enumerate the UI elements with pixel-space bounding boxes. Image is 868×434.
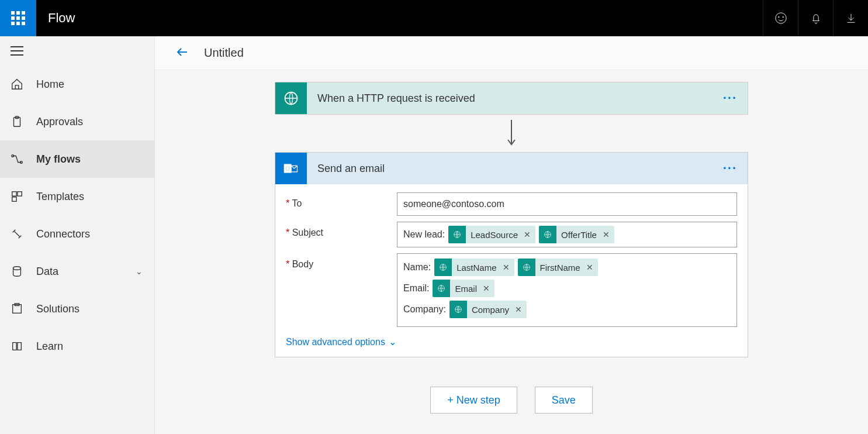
- http-icon: [275, 82, 307, 114]
- body-label: Body: [286, 253, 397, 270]
- nav-item-home[interactable]: Home: [0, 66, 154, 103]
- left-nav: Home Approvals My flows Templates Connec…: [0, 36, 155, 434]
- nav-item-approvals[interactable]: Approvals: [0, 103, 154, 140]
- home-icon: [11, 78, 23, 91]
- to-label: To: [286, 192, 397, 209]
- field-subject: Subject New lead: LeadSource ✕ OfferTitl…: [286, 222, 737, 247]
- token-firstname[interactable]: FirstName ✕: [518, 259, 598, 276]
- action-menu-button[interactable]: ···: [723, 161, 748, 176]
- svg-text:O: O: [285, 165, 290, 172]
- body-line: Company: Company ✕: [403, 301, 731, 318]
- token-lastname[interactable]: LastName ✕: [434, 259, 514, 276]
- trigger-menu-button[interactable]: ···: [723, 91, 748, 106]
- to-input[interactable]: someone@contoso.com: [397, 192, 737, 216]
- nav-item-solutions[interactable]: Solutions: [0, 290, 154, 328]
- globe-icon: [449, 301, 467, 318]
- nav-label: Home: [36, 78, 64, 91]
- svg-rect-9: [12, 197, 16, 201]
- globe-icon: [448, 226, 466, 243]
- trigger-card[interactable]: When a HTTP request is received ···: [275, 82, 748, 115]
- globe-icon: [433, 280, 450, 297]
- flow-arrow: [504, 115, 518, 152]
- solutions-icon: [11, 302, 23, 315]
- top-bar: Flow: [0, 0, 868, 36]
- new-step-button[interactable]: + New step: [430, 387, 517, 414]
- subject-label: Subject: [286, 222, 397, 238]
- action-title: Send an email: [307, 163, 723, 175]
- database-icon: [11, 265, 23, 278]
- token-leadsource[interactable]: LeadSource ✕: [448, 226, 535, 243]
- clipboard-icon: [11, 115, 23, 128]
- remove-token-button[interactable]: ✕: [482, 284, 494, 293]
- token-company[interactable]: Company ✕: [449, 301, 527, 318]
- chevron-down-icon: ⌄: [136, 267, 143, 276]
- feedback-button[interactable]: [763, 0, 798, 36]
- arrow-down-icon: [504, 119, 518, 148]
- bell-icon: [810, 12, 822, 25]
- token-email[interactable]: Email ✕: [433, 280, 494, 297]
- flow-title[interactable]: Untitled: [204, 46, 244, 60]
- nav-item-learn[interactable]: Learn: [0, 328, 154, 365]
- nav-label: Connectors: [36, 228, 90, 240]
- token-offertitle[interactable]: OfferTitle ✕: [539, 226, 614, 243]
- nav-item-my-flows[interactable]: My flows: [0, 140, 154, 178]
- outlook-icon: O: [275, 153, 307, 184]
- globe-icon: [434, 259, 452, 276]
- remove-token-button[interactable]: ✕: [601, 230, 614, 239]
- arrow-left-icon: [175, 45, 189, 59]
- nav-label: Learn: [36, 340, 63, 353]
- nav-label: My flows: [36, 153, 81, 166]
- svg-point-1: [778, 16, 779, 17]
- hamburger-icon: [11, 50, 23, 51]
- nav-label: Approvals: [36, 116, 83, 128]
- svg-point-2: [782, 16, 783, 17]
- trigger-header: When a HTTP request is received ···: [275, 82, 748, 114]
- nav-item-data[interactable]: Data ⌄: [0, 253, 154, 290]
- nav-label: Templates: [36, 191, 84, 203]
- footer-buttons: + New step Save: [430, 387, 593, 414]
- topbar-actions: [763, 0, 868, 36]
- flow-canvas: When a HTTP request is received ··· O Se…: [155, 70, 868, 434]
- flow-icon: [11, 153, 23, 166]
- smiley-icon: [774, 12, 787, 25]
- svg-rect-7: [12, 192, 16, 196]
- svg-point-10: [13, 267, 21, 270]
- app-launcher-button[interactable]: [0, 0, 36, 36]
- remove-token-button[interactable]: ✕: [502, 263, 514, 272]
- subject-input[interactable]: New lead: LeadSource ✕ OfferTitle ✕: [397, 222, 737, 247]
- waffle-icon: [11, 11, 25, 25]
- remove-token-button[interactable]: ✕: [514, 305, 527, 314]
- svg-rect-8: [18, 192, 22, 196]
- app-title: Flow: [36, 11, 763, 26]
- globe-icon: [518, 259, 535, 276]
- download-button[interactable]: [833, 0, 868, 36]
- nav-toggle-button[interactable]: [0, 36, 154, 66]
- body-input[interactable]: Name: LastName ✕ FirstName ✕: [397, 253, 737, 327]
- connectors-icon: [11, 228, 23, 240]
- globe-icon: [539, 226, 556, 243]
- action-header: O Send an email ···: [275, 153, 748, 184]
- action-card[interactable]: O Send an email ··· To someone@contoso.c…: [275, 152, 748, 357]
- trigger-title: When a HTTP request is received: [307, 92, 723, 105]
- save-button[interactable]: Save: [535, 387, 593, 414]
- to-value: someone@contoso.com: [403, 199, 504, 209]
- remove-token-button[interactable]: ✕: [585, 263, 598, 272]
- body-line: Email: Email ✕: [403, 280, 731, 297]
- nav-label: Solutions: [36, 303, 79, 315]
- nav-label: Data: [36, 266, 58, 278]
- templates-icon: [11, 190, 23, 203]
- nav-item-connectors[interactable]: Connectors: [0, 215, 154, 253]
- svg-point-0: [775, 13, 786, 23]
- book-icon: [11, 340, 23, 353]
- show-advanced-link[interactable]: Show advanced options ⌄: [286, 333, 737, 349]
- nav-item-templates[interactable]: Templates: [0, 178, 154, 215]
- page-header: Untitled: [155, 36, 868, 70]
- field-to: To someone@contoso.com: [286, 192, 737, 216]
- subject-prefix: New lead:: [403, 229, 445, 240]
- action-body: To someone@contoso.com Subject New lead:…: [275, 184, 748, 357]
- back-button[interactable]: [175, 45, 189, 61]
- notifications-button[interactable]: [798, 0, 833, 36]
- remove-token-button[interactable]: ✕: [523, 230, 535, 239]
- download-icon: [845, 12, 857, 25]
- field-body: Body Name: LastName ✕ FirstName ✕: [286, 253, 737, 327]
